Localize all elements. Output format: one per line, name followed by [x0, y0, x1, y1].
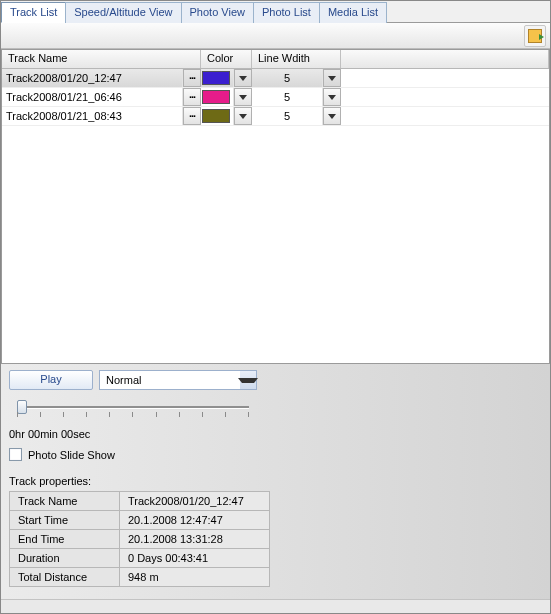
- track-properties-table: Track NameTrack2008/01/20_12:47Start Tim…: [9, 491, 270, 587]
- tab-bar: Track List Speed/Altitude View Photo Vie…: [1, 1, 550, 23]
- track-name-cell[interactable]: Track2008/01/21_08:43: [2, 107, 183, 125]
- tab-photo-list[interactable]: Photo List: [253, 2, 320, 23]
- statusbar: [1, 599, 550, 613]
- property-row: End Time20.1.2008 13:31:28: [10, 530, 270, 549]
- slideshow-row: Photo Slide Show: [9, 448, 542, 461]
- chevron-down-icon: [328, 114, 336, 119]
- line-width-cell[interactable]: 5: [252, 107, 323, 125]
- color-dropdown[interactable]: [234, 88, 252, 106]
- table-row[interactable]: Track2008/01/21_06:46···5: [2, 88, 549, 107]
- toolbar: [1, 23, 550, 49]
- tab-photo-view[interactable]: Photo View: [181, 2, 254, 23]
- color-dropdown[interactable]: [234, 107, 252, 125]
- property-key: Track Name: [10, 492, 120, 511]
- property-row: Track NameTrack2008/01/20_12:47: [10, 492, 270, 511]
- color-cell[interactable]: [201, 107, 234, 125]
- property-key: End Time: [10, 530, 120, 549]
- track-picker-button[interactable]: ···: [183, 69, 201, 87]
- chevron-down-icon: [238, 378, 258, 383]
- photo-slideshow-checkbox[interactable]: [9, 448, 22, 461]
- chevron-down-icon: [328, 95, 336, 100]
- property-key: Total Distance: [10, 568, 120, 587]
- color-swatch: [202, 71, 230, 85]
- chevron-down-icon: [239, 76, 247, 81]
- property-key: Duration: [10, 549, 120, 568]
- col-header-spacer: [341, 50, 549, 68]
- slider-track: [17, 406, 249, 408]
- line-width-cell[interactable]: 5: [252, 69, 323, 87]
- property-row: Duration0 Days 00:43:41: [10, 549, 270, 568]
- property-value: 0 Days 00:43:41: [120, 549, 270, 568]
- col-header-line-width[interactable]: Line Wdith: [252, 50, 341, 68]
- table-row[interactable]: Track2008/01/20_12:47···5: [2, 69, 549, 88]
- line-width-cell[interactable]: 5: [252, 88, 323, 106]
- export-icon: [528, 29, 542, 43]
- tab-track-list[interactable]: Track List: [1, 2, 66, 23]
- play-controls: Play Normal: [9, 370, 542, 390]
- property-row: Start Time20.1.2008 12:47:47: [10, 511, 270, 530]
- property-value: 948 m: [120, 568, 270, 587]
- property-row: Total Distance948 m: [10, 568, 270, 587]
- color-swatch: [202, 90, 230, 104]
- property-value: Track2008/01/20_12:47: [120, 492, 270, 511]
- tab-media-list[interactable]: Media List: [319, 2, 387, 23]
- grid-body: Track2008/01/20_12:47···5Track2008/01/21…: [2, 69, 549, 126]
- color-dropdown[interactable]: [234, 69, 252, 87]
- photo-slideshow-label: Photo Slide Show: [28, 449, 115, 461]
- color-swatch: [202, 109, 230, 123]
- tab-speed-altitude[interactable]: Speed/Altitude View: [65, 2, 181, 23]
- track-name-cell[interactable]: Track2008/01/21_06:46: [2, 88, 183, 106]
- color-cell[interactable]: [201, 88, 234, 106]
- app-window: Track List Speed/Altitude View Photo Vie…: [0, 0, 551, 614]
- slider-ticks: [17, 412, 249, 417]
- grid-header: Track Name Color Line Wdith: [2, 50, 549, 69]
- lower-panel: Play Normal 0hr 00min 00sec Photo Slide …: [1, 364, 550, 599]
- track-name-cell[interactable]: Track2008/01/20_12:47: [2, 69, 183, 87]
- property-key: Start Time: [10, 511, 120, 530]
- property-value: 20.1.2008 12:47:47: [120, 511, 270, 530]
- track-picker-button[interactable]: ···: [183, 88, 201, 106]
- chevron-down-icon: [328, 76, 336, 81]
- property-value: 20.1.2008 13:31:28: [120, 530, 270, 549]
- time-slider[interactable]: [9, 400, 257, 420]
- export-button[interactable]: [524, 25, 546, 47]
- speed-combo[interactable]: Normal: [99, 370, 257, 390]
- chevron-down-icon: [239, 114, 247, 119]
- chevron-down-icon: [239, 95, 247, 100]
- play-button[interactable]: Play: [9, 370, 93, 390]
- speed-value: Normal: [100, 374, 240, 386]
- track-grid: Track Name Color Line Wdith Track2008/01…: [1, 49, 550, 364]
- table-row[interactable]: Track2008/01/21_08:43···5: [2, 107, 549, 126]
- speed-dropdown[interactable]: [240, 371, 256, 389]
- track-picker-button[interactable]: ···: [183, 107, 201, 125]
- time-label: 0hr 00min 00sec: [9, 428, 542, 440]
- color-cell[interactable]: [201, 69, 234, 87]
- line-width-dropdown[interactable]: [323, 69, 341, 87]
- line-width-dropdown[interactable]: [323, 88, 341, 106]
- col-header-color[interactable]: Color: [201, 50, 252, 68]
- col-header-track-name[interactable]: Track Name: [2, 50, 201, 68]
- line-width-dropdown[interactable]: [323, 107, 341, 125]
- track-properties-title: Track properties:: [9, 475, 542, 487]
